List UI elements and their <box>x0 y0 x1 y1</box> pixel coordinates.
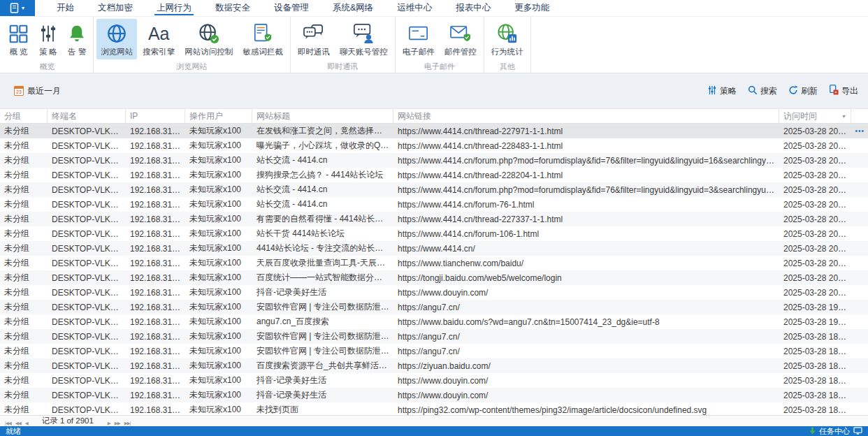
table-row[interactable]: 未分组DESKTOP-VLKTLE1192.168.31.27未知玩家x1004… <box>0 241 868 256</box>
ribbon-button-aa[interactable]: Aa搜索引擎 <box>138 19 179 59</box>
ribbon-group-1: 浏览网站Aa搜索引擎网站访问控制敏感词拦截浏览网站 <box>94 17 291 73</box>
search-icon <box>748 85 758 97</box>
filter-caret-icon[interactable]: ▼ <box>839 114 846 119</box>
cell-url: https://www.4414.cn/forum.php?mod=forumd… <box>393 156 779 166</box>
cell-ip: 192.168.31.27 <box>126 141 185 151</box>
cell-user: 未知玩家x100 <box>185 404 252 415</box>
cell-ip: 192.168.31.27 <box>126 347 185 356</box>
row-more-actions-button[interactable]: ••• <box>855 124 865 138</box>
ribbon-button-grid[interactable]: 概 览 <box>4 19 33 59</box>
column-header-label: 终端名 <box>52 110 77 122</box>
column-header-ip[interactable]: IP <box>126 109 185 123</box>
toolbar-button-label: 策略 <box>720 85 737 97</box>
ribbon-button-globe-check[interactable]: 网站访问控制 <box>180 19 237 59</box>
prev-group-button[interactable]: ◀◀ <box>13 421 23 426</box>
menu-tab-7[interactable]: 报表中心 <box>444 0 502 16</box>
cell-time: 2025-03-28 20:01:58 <box>779 215 851 224</box>
ribbon-button-mail[interactable]: 电子邮件 <box>398 19 439 59</box>
toolbar-export-button[interactable]: 导出 <box>829 85 858 97</box>
last-page-button[interactable]: ▶▶| <box>122 421 133 426</box>
menu-tab-3[interactable]: 数据安全 <box>203 0 262 16</box>
menu-tab-6[interactable]: 运维中心 <box>385 0 444 16</box>
column-header-url[interactable]: 网站链接 <box>393 109 779 123</box>
menu-tabs: 开始文档加密上网行为数据安全设备管理系统&网络运维中心报表中心更多功能 <box>45 0 561 16</box>
table-row[interactable]: 未分组DESKTOP-VLKTLE1192.168.31.27未知玩家x100安… <box>0 329 868 344</box>
menu-tab-2[interactable]: 上网行为 <box>145 0 203 16</box>
mail-icon <box>407 22 430 45</box>
cell-group: 未分组 <box>0 213 48 225</box>
ribbon-button-globe-chart[interactable]: 行为统计 <box>487 19 528 59</box>
table-row[interactable]: 未分组DESKTOP-VLKTLE1192.168.31.27未知玩家x100在… <box>0 124 868 138</box>
cell-user: 未知玩家x100 <box>185 272 252 284</box>
ribbon-button-label: 浏览网站 <box>101 47 133 57</box>
column-header-user[interactable]: 操作用户 <box>185 109 252 123</box>
cell-time: 2025-03-28 20:02:12 <box>779 170 851 180</box>
menu-tab-8[interactable]: 更多功能 <box>502 0 561 16</box>
menu-tab-4[interactable]: 设备管理 <box>262 0 321 16</box>
cell-title: 安固软件官网 | 专注公司数据防泄漏(DLP)，... <box>252 301 393 313</box>
ribbon-button-chat-user[interactable]: 聊天账号管控 <box>335 19 392 59</box>
table-row[interactable]: 未分组DESKTOP-VLKTLE1192.168.31.27未知玩家x100未… <box>0 402 868 415</box>
date-range-filter[interactable]: 23 最近一月 <box>14 85 61 97</box>
next-page-button[interactable]: ▶ <box>106 421 113 426</box>
table-row[interactable]: 未分组DESKTOP-VLKTLE1192.168.31.27未知玩家x100曝… <box>0 138 868 153</box>
task-center-button[interactable]: 任务中心 <box>809 426 862 436</box>
toolbar-refresh-button[interactable]: 刷新 <box>788 85 818 97</box>
cell-user: 未知玩家x100 <box>185 213 252 225</box>
table-header: 分组终端名IP操作用户网站标题网站链接访问时间▼ <box>0 108 868 124</box>
menu-tab-5[interactable]: 系统&网络 <box>321 0 385 16</box>
sliders-icon <box>707 85 717 97</box>
column-header-time[interactable]: 访问时间▼ <box>779 109 851 123</box>
ribbon-button-chat[interactable]: 即时通讯 <box>294 19 334 59</box>
cell-title: 曝光骗子，小心踩坑，做收录的QQ：28462... <box>252 140 393 152</box>
chevron-down-icon: ▼ <box>21 6 26 10</box>
cell-time: 2025-03-28 20:00:25 <box>779 288 851 298</box>
app-menu-button[interactable]: ▼ <box>0 0 35 16</box>
menu-tab-1[interactable]: 文档加密 <box>86 0 145 16</box>
ribbon-button-page-shield[interactable]: 敏感词拦截 <box>238 19 287 59</box>
first-page-button[interactable]: |◀◀ <box>3 421 13 426</box>
ribbon-button-sliders[interactable]: 策 略 <box>34 19 62 59</box>
table-row[interactable]: 未分组DESKTOP-VLKTLE1192.168.31.27未知玩家x100百… <box>0 358 868 373</box>
cell-user: 未知玩家x100 <box>185 375 252 386</box>
ribbon-button-label: 敏感词拦截 <box>243 47 283 57</box>
cell-user: 未知玩家x100 <box>185 330 252 342</box>
cell-group: 未分组 <box>0 228 48 240</box>
toolbar-search-button[interactable]: 搜索 <box>748 85 777 97</box>
column-header-terminal[interactable]: 终端名 <box>48 109 126 123</box>
ribbon-button-bell[interactable]: 告 警 <box>64 19 90 59</box>
table-row[interactable]: 未分组DESKTOP-VLKTLE1192.168.31.27未知玩家x100百… <box>0 270 868 285</box>
toolbar-sliders-button[interactable]: 策略 <box>707 85 737 97</box>
ribbon-group-label: 浏览网站 <box>96 60 288 75</box>
menu-tab-0[interactable]: 开始 <box>45 0 86 16</box>
status-bar: 就绪 任务中心 <box>0 426 868 436</box>
cell-title: 站长交流 - 4414.cn <box>252 184 393 196</box>
prev-page-button[interactable]: ◀ <box>23 421 30 426</box>
ribbon-button-globe[interactable]: 浏览网站 <box>96 19 137 59</box>
toolbar-button-label: 刷新 <box>801 85 818 97</box>
table-row[interactable]: 未分组DESKTOP-VLKTLE1192.168.31.27未知玩家x100站… <box>0 197 868 212</box>
table-row[interactable]: 未分组DESKTOP-VLKTLE1192.168.31.27未知玩家x100抖… <box>0 285 868 300</box>
ribbon-group-label: 电子邮件 <box>398 60 482 75</box>
table-row[interactable]: 未分组DESKTOP-VLKTLE1192.168.31.27未知玩家x100站… <box>0 153 868 168</box>
cell-title: 安固软件官网 | 专注公司数据防泄漏(DLP)，... <box>252 345 393 357</box>
column-header-group[interactable]: 分组 <box>0 109 48 123</box>
table-row[interactable]: 未分组DESKTOP-VLKTLE1192.168.31.27未知玩家x100抖… <box>0 388 868 402</box>
table-row[interactable]: 未分组DESKTOP-VLKTLE1192.168.31.27未知玩家x100抖… <box>0 373 868 388</box>
toolbar-button-label: 搜索 <box>760 85 777 97</box>
table-row[interactable]: 未分组DESKTOP-VLKTLE1192.168.31.27未知玩家x100站… <box>0 226 868 241</box>
cell-user: 未知玩家x100 <box>185 198 252 210</box>
table-row[interactable]: 未分组DESKTOP-VLKTLE1192.168.31.27未知玩家x100安… <box>0 344 868 358</box>
ribbon-button-mail-shield[interactable]: 邮件管控 <box>440 19 481 59</box>
cell-title: 百度搜索资源平台_共创共享鲜活搜索 <box>252 360 393 372</box>
table-row[interactable]: 未分组DESKTOP-VLKTLE1192.168.31.27未知玩家x100有… <box>0 212 868 226</box>
table-row[interactable]: 未分组DESKTOP-VLKTLE1192.168.31.27未知玩家x100搜… <box>0 168 868 182</box>
cell-user: 未知玩家x100 <box>185 389 252 401</box>
table-row[interactable]: 未分组DESKTOP-VLKTLE1192.168.31.27未知玩家x100天… <box>0 256 868 270</box>
table-body: 未分组DESKTOP-VLKTLE1192.168.31.27未知玩家x100在… <box>0 124 868 415</box>
table-row[interactable]: 未分组DESKTOP-VLKTLE1192.168.31.27未知玩家x100站… <box>0 182 868 197</box>
table-row[interactable]: 未分组DESKTOP-VLKTLE1192.168.31.27未知玩家x100a… <box>0 314 868 329</box>
table-row[interactable]: 未分组DESKTOP-VLKTLE1192.168.31.27未知玩家x100安… <box>0 300 868 314</box>
next-group-button[interactable]: ▶▶ <box>113 421 122 426</box>
column-header-title[interactable]: 网站标题 <box>252 109 393 123</box>
